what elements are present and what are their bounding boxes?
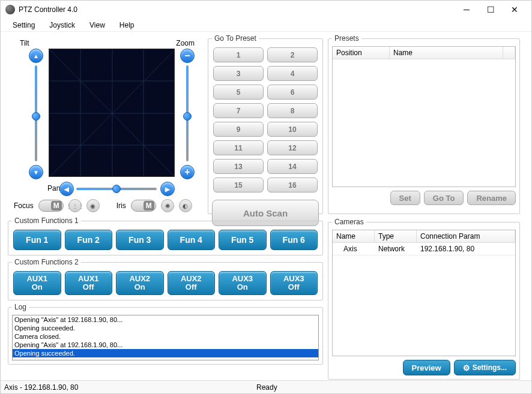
menu-bar: Setting Joystick View Help <box>1 19 531 32</box>
iris-open-button[interactable]: ✺ <box>161 199 174 212</box>
preset-button-1[interactable]: 1 <box>213 47 264 62</box>
fun-button-3[interactable]: Fun 3 <box>116 230 164 250</box>
goto-preset-panel: Go To Preset 12345678910111213141516 Aut… <box>208 34 323 214</box>
focus-label: Focus <box>14 201 34 210</box>
cameras-col-name[interactable]: Name <box>333 230 375 242</box>
custom-functions-1-panel: Custom Functions 1 Fun 1Fun 2Fun 3Fun 4F… <box>8 216 323 255</box>
settings-button[interactable]: Settings... <box>454 360 516 375</box>
preset-button-7[interactable]: 7 <box>213 103 264 118</box>
menu-joystick[interactable]: Joystick <box>42 20 82 31</box>
pan-right-button[interactable] <box>160 182 175 196</box>
iris-label: Iris <box>116 201 126 210</box>
preset-button-12[interactable]: 12 <box>267 140 318 155</box>
cameras-legend: Cameras <box>332 218 366 226</box>
joystick-pad[interactable] <box>49 49 175 177</box>
presets-col-name[interactable]: Name <box>390 47 503 59</box>
fun-button-1[interactable]: Fun 1 <box>13 230 61 250</box>
app-icon <box>5 5 15 14</box>
preset-button-11[interactable]: 11 <box>213 140 264 155</box>
cameras-table[interactable]: Name Type Connection Param AxisNetwork19… <box>332 230 516 356</box>
status-left: Axis - 192.168.1.90, 80 <box>4 383 256 392</box>
custom-functions-2-legend: Custom Functions 2 <box>12 258 81 266</box>
fun-button-5[interactable]: Fun 5 <box>219 230 267 250</box>
preset-button-8[interactable]: 8 <box>267 103 318 118</box>
close-button[interactable]: ✕ <box>503 2 527 17</box>
log-line[interactable]: Opening "Axis" at 192.168.1.90, 80... <box>13 315 318 324</box>
iris-mode-toggle[interactable]: M <box>131 200 156 212</box>
presets-col-spacer <box>503 47 515 59</box>
preset-button-6[interactable]: 6 <box>267 85 318 100</box>
focus-mode-toggle[interactable]: M <box>38 200 64 212</box>
aux-button-4[interactable]: AUX2 Off <box>168 271 216 295</box>
preset-button-2[interactable]: 2 <box>267 47 318 62</box>
log-line[interactable]: Opening succeeded. <box>13 349 318 357</box>
pan-label: Pan <box>47 184 60 193</box>
title-bar: PTZ Controller 4.0 ─ ☐ ✕ <box>1 1 531 19</box>
camera-row[interactable]: AxisNetwork192.168.1.90, 80 <box>333 243 515 255</box>
log-legend: Log <box>12 303 29 311</box>
menu-setting[interactable]: Setting <box>5 20 42 31</box>
preset-rename-button[interactable]: Rename <box>467 191 516 205</box>
fun-button-6[interactable]: Fun 6 <box>270 230 318 250</box>
menu-help[interactable]: Help <box>112 20 142 31</box>
preset-button-4[interactable]: 4 <box>267 66 318 81</box>
preset-goto-button[interactable]: Go To <box>424 191 464 205</box>
zoom-label: Zoom <box>176 39 195 47</box>
pan-slider[interactable] <box>76 188 157 190</box>
preset-set-button[interactable]: Set <box>390 191 420 205</box>
aux-button-6[interactable]: AUX3 Off <box>270 271 318 295</box>
custom-functions-1-legend: Custom Functions 1 <box>12 216 81 225</box>
tilt-label: Tilt <box>20 39 29 47</box>
focus-near-button[interactable]: ⋮⋮⋮ <box>68 199 82 212</box>
iris-close-button[interactable]: ◐ <box>179 199 192 212</box>
window-title: PTZ Controller 4.0 <box>19 5 455 14</box>
log-line[interactable]: Opening "Axis" at 192.168.1.90, 80... <box>13 341 318 349</box>
minimize-button[interactable]: ─ <box>455 2 479 17</box>
log-line[interactable]: Opening succeeded. <box>13 324 318 332</box>
aux-button-5[interactable]: AUX3 On <box>219 271 267 295</box>
aux-button-1[interactable]: AUX1 On <box>13 271 61 295</box>
goto-preset-legend: Go To Preset <box>212 34 259 43</box>
cameras-col-type[interactable]: Type <box>375 230 417 242</box>
preview-button[interactable]: Preview <box>403 360 450 375</box>
tilt-down-button[interactable] <box>29 165 43 179</box>
tilt-slider-thumb[interactable] <box>32 112 40 121</box>
joystick-grid-icon <box>49 49 175 177</box>
custom-functions-2-panel: Custom Functions 2 AUX1 OnAUX1 OffAUX2 O… <box>8 258 323 300</box>
zoom-in-button[interactable] <box>180 165 195 179</box>
gear-icon <box>463 363 470 372</box>
preset-button-5[interactable]: 5 <box>213 85 264 100</box>
menu-view[interactable]: View <box>82 20 112 31</box>
fun-button-2[interactable]: Fun 2 <box>65 230 113 250</box>
tilt-slider[interactable] <box>35 65 37 161</box>
log-line[interactable]: Camera closed. <box>13 332 318 341</box>
tilt-up-button[interactable] <box>29 49 43 63</box>
cameras-col-conn[interactable]: Connection Param <box>417 230 515 242</box>
aux-button-2[interactable]: AUX1 Off <box>65 271 113 295</box>
zoom-slider[interactable] <box>186 65 189 161</box>
log-panel: Log Opening "Axis" at 192.168.1.90, 80..… <box>8 303 323 365</box>
presets-col-position[interactable]: Position <box>333 47 390 59</box>
maximize-button[interactable]: ☐ <box>479 2 503 17</box>
status-mid: Ready <box>256 383 277 392</box>
presets-table[interactable]: Position Name <box>332 46 516 187</box>
preset-button-13[interactable]: 13 <box>213 159 264 174</box>
status-bar: Axis - 192.168.1.90, 80 Ready <box>1 380 531 393</box>
presets-panel: Presets Position Name Set Go To Rename <box>328 34 520 214</box>
zoom-slider-thumb[interactable] <box>183 112 192 121</box>
preset-button-14[interactable]: 14 <box>267 159 318 174</box>
aux-button-3[interactable]: AUX2 On <box>116 271 164 295</box>
zoom-out-button[interactable] <box>180 49 195 63</box>
presets-legend: Presets <box>332 34 361 43</box>
cameras-panel: Cameras Name Type Connection Param AxisN… <box>328 218 520 380</box>
log-list[interactable]: Opening "Axis" at 192.168.1.90, 80...Ope… <box>12 315 319 360</box>
preset-button-3[interactable]: 3 <box>213 66 264 81</box>
pan-left-button[interactable] <box>59 182 74 196</box>
preset-button-15[interactable]: 15 <box>213 178 264 193</box>
fun-button-4[interactable]: Fun 4 <box>168 230 216 250</box>
preset-button-10[interactable]: 10 <box>267 122 318 137</box>
preset-button-16[interactable]: 16 <box>267 178 318 193</box>
pan-slider-thumb[interactable] <box>112 185 121 193</box>
preset-button-9[interactable]: 9 <box>213 122 264 137</box>
focus-far-button[interactable]: ◉ <box>86 199 100 212</box>
